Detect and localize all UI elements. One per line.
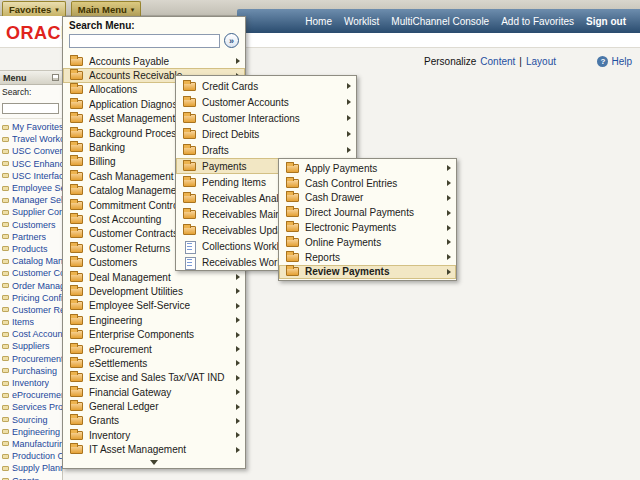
- main-menu-label: Main Menu: [78, 4, 127, 15]
- sidebar-menu-item[interactable]: Supply Planning: [0, 462, 62, 474]
- folder-bullet-icon: [2, 234, 9, 239]
- folder-icon: [183, 194, 196, 203]
- sidebar-menu-item[interactable]: Cost Accounting: [0, 328, 62, 340]
- sidebar-search-input[interactable]: [2, 103, 59, 114]
- menu-item[interactable]: Direct Journal Payments: [279, 205, 456, 220]
- menu-item[interactable]: eProcurement: [63, 342, 245, 356]
- menu-item[interactable]: Development Utilities: [63, 284, 245, 298]
- folder-icon: [286, 223, 299, 232]
- folder-icon: [70, 215, 83, 224]
- menu-item[interactable]: Cash Drawer: [279, 191, 456, 206]
- sidebar-menu-item[interactable]: Sourcing: [0, 414, 62, 426]
- menu-item[interactable]: IT Asset Management: [63, 443, 245, 457]
- sidebar-menu-item[interactable]: USC Conversions: [0, 145, 62, 157]
- folder-icon: [70, 402, 83, 411]
- nav-multichannel-console-link[interactable]: MultiChannel Console: [391, 16, 489, 27]
- menu-item[interactable]: Grants: [63, 414, 245, 428]
- menu-item[interactable]: Customer Accounts: [176, 94, 356, 110]
- nav-worklist-link[interactable]: Worklist: [344, 16, 379, 27]
- sidebar-menu-item[interactable]: Employee Self-Service: [0, 182, 62, 194]
- menu-item[interactable]: Electronic Payments: [279, 220, 456, 235]
- nav-home-link[interactable]: Home: [305, 16, 332, 27]
- sidebar-menu-item[interactable]: Inventory: [0, 377, 62, 389]
- personalize-content-link[interactable]: Content: [480, 56, 515, 67]
- nav-sign-out-link[interactable]: Sign out: [586, 16, 626, 27]
- sidebar-menu-item[interactable]: USC Interfaces: [0, 170, 62, 182]
- sidebar-menu-item[interactable]: Catalog Management: [0, 255, 62, 267]
- sidebar-menu-item[interactable]: Production Control: [0, 450, 62, 462]
- personalize-layout-link[interactable]: Layout: [526, 56, 556, 67]
- folder-icon: [70, 85, 83, 94]
- menu-item[interactable]: Apply Payments: [279, 161, 456, 176]
- submenu-arrow-icon: [347, 99, 351, 105]
- sidebar-menu-item[interactable]: Customers: [0, 219, 62, 231]
- menu-item[interactable]: eSettlements: [63, 356, 245, 370]
- sidebar-menu-item[interactable]: Products: [0, 243, 62, 255]
- menu-scroll-down[interactable]: [63, 457, 245, 468]
- menu-item[interactable]: Engineering: [63, 313, 245, 327]
- sidebar-menu-item[interactable]: eProcurement: [0, 389, 62, 401]
- sidebar-menu-item[interactable]: Purchasing: [0, 365, 62, 377]
- folder-icon: [183, 178, 196, 187]
- top-navbar: Home Worklist MultiChannel Console Add t…: [237, 9, 640, 33]
- folder-bullet-icon: [2, 173, 9, 178]
- sidebar-menu-item[interactable]: Customer Contracts: [0, 267, 62, 279]
- help-link[interactable]: Help: [611, 56, 632, 67]
- folder-icon: [70, 258, 83, 267]
- sidebar-menu-item[interactable]: Manager Self-Service: [0, 194, 62, 206]
- sidebar-menu-item[interactable]: My Favorites: [0, 121, 62, 133]
- menu-item[interactable]: General Ledger: [63, 399, 245, 413]
- submenu-arrow-icon: [447, 210, 451, 216]
- menu-item[interactable]: Financial Gateway: [63, 385, 245, 399]
- menu-item[interactable]: Excise and Sales Tax/VAT IND: [63, 371, 245, 385]
- menu-search-input[interactable]: [69, 34, 220, 48]
- menu-item[interactable]: Reports: [279, 250, 456, 265]
- payments-submenu: Apply Payments Cash Control Entries Cash…: [278, 158, 457, 281]
- sidebar-menu-item[interactable]: Travel Workcenter: [0, 133, 62, 145]
- menu-item[interactable]: Enterprise Components: [63, 327, 245, 341]
- menu-item[interactable]: Direct Debits: [176, 126, 356, 142]
- separator: |: [519, 56, 522, 67]
- pagelet-minimize-icon[interactable]: [52, 74, 59, 81]
- menu-item[interactable]: Customer Interactions: [176, 110, 356, 126]
- help-icon: ?: [597, 56, 608, 67]
- folder-icon: [70, 416, 83, 425]
- menu-item[interactable]: Deal Management: [63, 270, 245, 284]
- menu-item[interactable]: Drafts: [176, 142, 356, 158]
- sidebar-menu-item[interactable]: Manufacturing Definitions: [0, 438, 62, 450]
- folder-icon: [70, 301, 83, 310]
- sidebar-menu-item[interactable]: Engineering: [0, 426, 62, 438]
- folder-icon: [183, 226, 196, 235]
- sidebar-menu-item[interactable]: Procurement Contracts: [0, 353, 62, 365]
- folder-bullet-icon: [2, 271, 9, 276]
- favorites-menu-tab[interactable]: Favorites ▾: [2, 1, 66, 16]
- sidebar-menu-item[interactable]: Suppliers: [0, 340, 62, 352]
- search-go-icon[interactable]: »: [224, 33, 239, 48]
- menu-item[interactable]: Employee Self-Service: [63, 299, 245, 313]
- menu-item[interactable]: Cash Control Entries: [279, 176, 456, 191]
- folder-bullet-icon: [2, 149, 9, 154]
- doc-icon: [183, 258, 196, 267]
- nav-add-to-favorites-link[interactable]: Add to Favorites: [501, 16, 574, 27]
- sidebar-menu-item[interactable]: Partners: [0, 231, 62, 243]
- sidebar-menu-item[interactable]: Customer Returns: [0, 304, 62, 316]
- chevron-down-icon: ▾: [131, 6, 135, 13]
- sidebar-menu-item[interactable]: Grants: [0, 474, 62, 480]
- folder-bullet-icon: [2, 332, 9, 337]
- menu-item[interactable]: Credit Cards: [176, 78, 356, 94]
- menu-item[interactable]: Online Payments: [279, 235, 456, 250]
- folder-bullet-icon: [2, 283, 9, 288]
- submenu-arrow-icon: [236, 360, 240, 366]
- sidebar-menu-item[interactable]: Items: [0, 316, 62, 328]
- menu-item[interactable]: Review Payments: [279, 265, 456, 280]
- sidebar-menu-item[interactable]: Supplier Contracts: [0, 206, 62, 218]
- sidebar-menu-item[interactable]: Services Procurement: [0, 401, 62, 413]
- folder-bullet-icon: [2, 381, 9, 386]
- submenu-arrow-icon: [347, 83, 351, 89]
- sidebar-menu-item[interactable]: USC Enhancements: [0, 158, 62, 170]
- sidebar-menu-item[interactable]: Order Management: [0, 279, 62, 291]
- main-menu-tab[interactable]: Main Menu ▾: [71, 1, 142, 16]
- menu-item[interactable]: Accounts Payable: [63, 54, 245, 68]
- sidebar-menu-item[interactable]: Pricing Configuration: [0, 292, 62, 304]
- menu-item[interactable]: Inventory: [63, 428, 245, 442]
